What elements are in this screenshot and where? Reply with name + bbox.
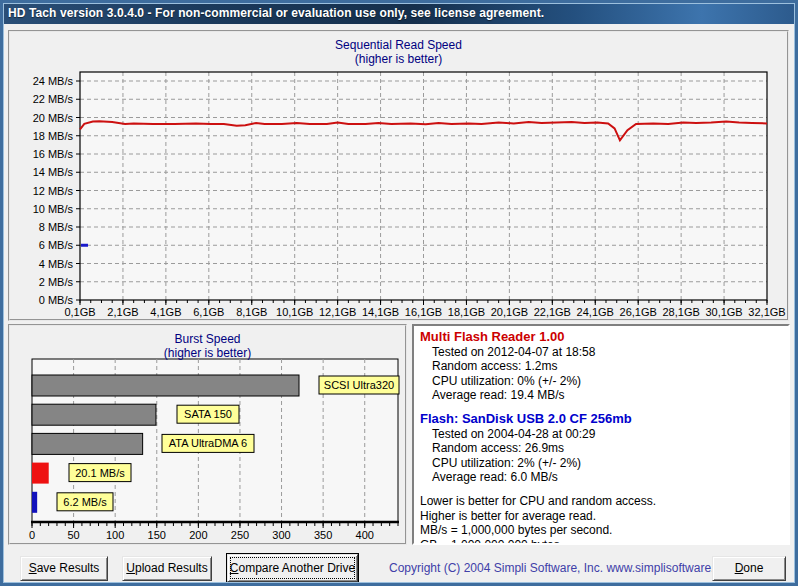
seq-x-tick-label: 24,1GB xyxy=(577,306,614,318)
drive2-random-access: Random access: 26.9ms xyxy=(420,441,782,456)
seq-x-tick-label: 30,1GB xyxy=(705,306,742,318)
seq-y-tick-label: 16 MB/s xyxy=(33,148,74,160)
seq-x-tick-label: 14,1GB xyxy=(362,306,399,318)
burst-x-tick-label: 100 xyxy=(106,529,124,541)
drive1-cpu-utilization: CPU utilization: 0% (+/- 2%) xyxy=(420,374,782,389)
seq-x-tick-label: 10,1GB xyxy=(276,306,313,318)
burst-bar-label: 6.2 MB/s xyxy=(63,496,107,508)
seq-y-tick-label: 22 MB/s xyxy=(33,93,74,105)
sequential-read-panel: Sequential Read Speed (higher is better)… xyxy=(8,30,789,321)
seq-y-tick-label: 14 MB/s xyxy=(33,166,74,178)
seq-y-tick-label: 0 MB/s xyxy=(39,294,74,306)
note-gb-definition: GB = 1,000,000,000 bytes. xyxy=(420,538,782,545)
seq-y-tick-label: 8 MB/s xyxy=(39,221,74,233)
note-higher-better: Higher is better for average read. xyxy=(420,509,782,524)
drive1-average-read: Average read: 19.4 MB/s xyxy=(420,388,782,403)
burst-bar-label: SCSI Ultra320 xyxy=(324,379,394,391)
burst-chart-title: Burst Speed xyxy=(10,332,405,346)
seq-x-tick-label: 12,1GB xyxy=(319,306,356,318)
seq-y-tick-label: 20 MB/s xyxy=(33,112,74,124)
seq-x-tick-label: 4,1GB xyxy=(150,306,181,318)
seq-x-tick-label: 16,1GB xyxy=(405,306,442,318)
seq-x-tick-label: 26,1GB xyxy=(620,306,657,318)
burst-speed-panel: Burst Speed (higher is better) SCSI Ultr… xyxy=(8,324,407,545)
burst-x-tick-label: 200 xyxy=(189,529,207,541)
burst-x-tick-label: 300 xyxy=(272,529,290,541)
sequential-chart-subtitle: (higher is better) xyxy=(10,52,787,66)
seq-y-tick-label: 2 MB/s xyxy=(39,276,74,288)
burst-bar-label: SATA 150 xyxy=(184,408,232,420)
compare-another-drive-button[interactable]: Compare Another Drive xyxy=(227,554,358,582)
note-mbs-definition: MB/s = 1,000,000 bytes per second. xyxy=(420,523,782,538)
done-button[interactable]: Done xyxy=(712,556,786,581)
seq-y-tick-label: 6 MB/s xyxy=(39,239,74,251)
burst-bar-label: 20.1 MB/s xyxy=(75,467,125,479)
seq-x-tick-label: 0,1GB xyxy=(64,306,95,318)
copyright-text: Copyright (C) 2004 Simpli Software, Inc.… xyxy=(389,561,737,575)
hdtach-window: HD Tach version 3.0.4.0 - For non-commer… xyxy=(0,0,798,586)
drive2-average-read: Average read: 6.0 MB/s xyxy=(420,470,782,485)
seq-y-tick-label: 4 MB/s xyxy=(39,258,74,270)
burst-bar xyxy=(32,492,37,513)
drive1-random-access: Random access: 1.2ms xyxy=(420,359,782,374)
results-info-panel: Multi Flash Reader 1.00 Tested on 2012-0… xyxy=(412,324,790,545)
burst-x-tick-label: 250 xyxy=(231,529,249,541)
sequential-chart-title: Sequential Read Speed xyxy=(10,38,787,52)
drive1-name: Multi Flash Reader 1.00 xyxy=(420,330,782,345)
seq-y-tick-label: 12 MB/s xyxy=(33,185,74,197)
burst-x-tick-label: 50 xyxy=(67,529,79,541)
window-title: HD Tach version 3.0.4.0 - For non-commer… xyxy=(1,6,544,20)
seq-y-tick-label: 24 MB/s xyxy=(33,75,74,87)
note-lower-better: Lower is better for CPU and random acces… xyxy=(420,494,782,509)
drive1-tested-on: Tested on 2012-04-07 at 18:58 xyxy=(420,345,782,360)
seq-x-tick-label: 18,1GB xyxy=(448,306,485,318)
upload-results-button[interactable]: Upload Results xyxy=(122,556,212,581)
sequential-read-chart: 24 MB/s22 MB/s20 MB/s18 MB/s16 MB/s14 MB… xyxy=(10,32,787,319)
burst-bar xyxy=(32,463,49,484)
burst-bar xyxy=(32,404,156,425)
drive2-cpu-utilization: CPU utilization: 2% (+/- 2%) xyxy=(420,456,782,471)
drive2-tested-on: Tested on 2004-04-28 at 00:29 xyxy=(420,427,782,442)
burst-x-tick-label: 0 xyxy=(29,529,35,541)
drive2-name: Flash: SanDisk USB 2.0 CF 256mb xyxy=(420,412,782,427)
burst-bar xyxy=(32,433,143,454)
burst-bar xyxy=(32,375,299,396)
seq-y-tick-label: 10 MB/s xyxy=(33,203,74,215)
seq-x-tick-label: 20,1GB xyxy=(491,306,528,318)
seq-x-tick-label: 8,1GB xyxy=(236,306,267,318)
seq-x-tick-label: 22,1GB xyxy=(534,306,571,318)
seq-x-tick-label: 2,1GB xyxy=(107,306,138,318)
seq-y-tick-label: 18 MB/s xyxy=(33,130,74,142)
seq-x-tick-label: 6,1GB xyxy=(193,306,224,318)
burst-bar-label: ATA UltraDMA 6 xyxy=(169,437,247,449)
seq-x-tick-label: 28,1GB xyxy=(662,306,699,318)
burst-x-tick-label: 150 xyxy=(148,529,166,541)
title-bar[interactable]: HD Tach version 3.0.4.0 - For non-commer… xyxy=(1,1,797,24)
burst-x-tick-label: 350 xyxy=(314,529,332,541)
seq-x-tick-label: 32,1GB xyxy=(748,306,785,318)
burst-chart-subtitle: (higher is better) xyxy=(10,346,405,360)
save-results-button[interactable]: Save Results xyxy=(20,556,108,581)
burst-x-tick-label: 400 xyxy=(356,529,374,541)
